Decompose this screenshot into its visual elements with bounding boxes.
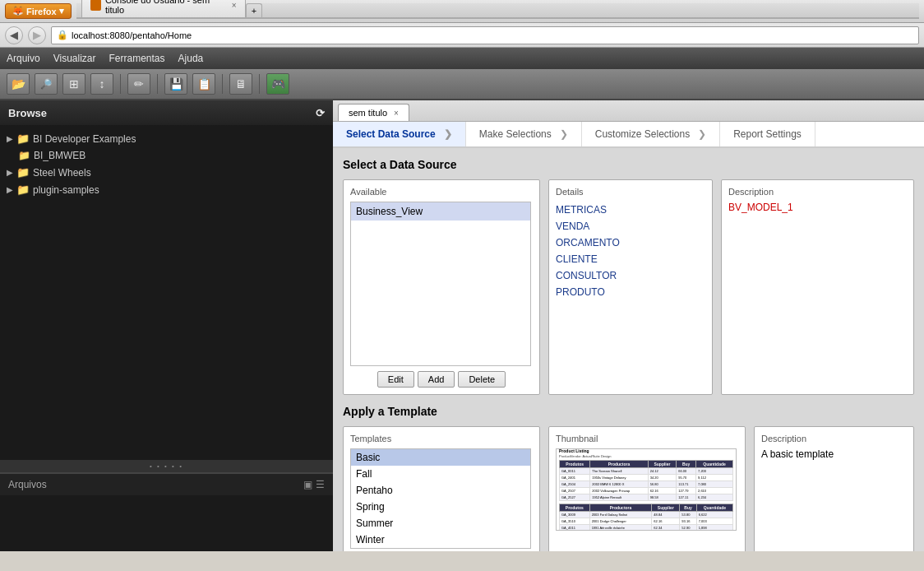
main-layout: Browse ⟳ ▶ 📁 BI Developer Examples 📁 BI_…	[0, 100, 924, 551]
folder-icon: 📁	[18, 150, 30, 161]
template-section-title: Apply a Template	[343, 405, 914, 418]
edit-button[interactable]: ✏	[127, 73, 150, 95]
edit-button[interactable]: Edit	[377, 371, 414, 388]
sidebar-tree: ▶ 📁 BI Developer Examples 📁 BI_BMWEB ▶ 📁…	[0, 125, 333, 460]
resize-handle[interactable]: • • • • •	[0, 460, 333, 472]
template-description-panel: Description A basic template	[754, 426, 914, 551]
sidebar-refresh-icon[interactable]: ⟳	[316, 107, 325, 119]
wizard-tab-label: Report Settings	[733, 128, 802, 140]
monitor-button[interactable]: 🖥	[229, 73, 252, 95]
select-datasource-title: Select a Data Source	[343, 158, 914, 171]
sidebar-icon-1[interactable]: ▣	[303, 479, 312, 490]
expand-icon: ▶	[7, 168, 13, 177]
files-label: Arquivos	[8, 479, 47, 490]
step-arrow: ❯	[560, 128, 568, 140]
template-item-pentaho[interactable]: Pentaho	[351, 482, 530, 499]
open-button[interactable]: 📂	[7, 73, 30, 95]
folder-icon: 📁	[16, 132, 30, 145]
thumbnail-table-2: ProdutosProductoraSupplierBuyQuantidade …	[559, 504, 733, 532]
listbox-item-businessview[interactable]: Business_View	[351, 202, 530, 221]
datasource-btn-row: Edit Add Delete	[350, 371, 533, 388]
available-label: Available	[350, 187, 533, 197]
details-panel: Details METRICAS VENDA ORCAMENTO CLIENTE…	[548, 179, 713, 395]
menu-visualizar[interactable]: Visualizar	[53, 53, 96, 64]
toolbar-sep-1	[120, 74, 121, 94]
app-menubar: Arquivo Visualizar Ferramentas Ajuda	[0, 48, 924, 69]
add-tab-button[interactable]: +	[246, 3, 262, 17]
export-button[interactable]: ↕	[90, 73, 113, 95]
dropdown-arrow: ▾	[59, 6, 64, 16]
lock-icon: 🔒	[57, 30, 68, 40]
sidebar-browse-label: Browse	[8, 107, 47, 119]
template-description-value: A basic template	[761, 448, 907, 460]
detail-cliente[interactable]: CLIENTE	[556, 251, 705, 267]
sidebar-icon-2[interactable]: ☰	[316, 479, 325, 490]
template-item-basic[interactable]: Basic	[351, 449, 530, 466]
templates-panel: Templates Basic Fall Pentaho Spring Summ…	[343, 426, 540, 551]
save-button[interactable]: 💾	[164, 73, 187, 95]
search-button[interactable]: 🔎	[35, 73, 58, 95]
forward-button[interactable]: ▶	[28, 26, 46, 44]
sidebar-files-area	[0, 495, 333, 551]
wizard-tab-label: Select Data Source	[346, 128, 436, 140]
description-panel: Description BV_MODEL_1	[721, 179, 914, 395]
wizard-tab-label: Customize Selections	[595, 128, 690, 140]
menu-ferramentas[interactable]: Ferramentas	[109, 53, 165, 64]
templates-label: Templates	[350, 434, 533, 443]
inner-tab-bar: sem titulo ×	[333, 100, 924, 122]
sidebar-item-bi-bmweb[interactable]: 📁 BI_BMWEB	[3, 147, 330, 164]
templates-listbox: Basic Fall Pentaho Spring Summer Winter	[350, 448, 531, 549]
detail-consultor[interactable]: CONSULTOR	[556, 267, 705, 284]
tab-title: Console do Usuário - sem titulo	[105, 0, 224, 15]
grid-button[interactable]: ⊞	[62, 73, 85, 95]
wizard-tab-report-settings[interactable]: Report Settings	[720, 122, 815, 146]
menu-arquivo[interactable]: Arquivo	[7, 53, 40, 64]
detail-venda[interactable]: VENDA	[556, 218, 705, 234]
menu-ajuda[interactable]: Ajuda	[178, 53, 204, 64]
template-description-label: Description	[761, 434, 907, 443]
sidebar-item-bi-dev[interactable]: ▶ 📁 BI Developer Examples	[3, 130, 330, 147]
thumbnail-label: Thumbnail	[556, 434, 738, 443]
inner-tab-sem-titulo[interactable]: sem titulo ×	[338, 104, 409, 121]
wizard-tab-bar: Select Data Source ❯ Make Selections ❯ C…	[333, 122, 924, 148]
tree-item-label: plugin-samples	[33, 184, 99, 196]
available-listbox: Business_View	[350, 202, 531, 366]
wizard-tab-customize-selections[interactable]: Customize Selections ❯	[582, 122, 720, 146]
detail-produto[interactable]: PRODUTO	[556, 284, 705, 300]
thumb-desc: ProductVendor: Actual/Suite Design	[559, 454, 733, 458]
delete-button[interactable]: Delete	[458, 371, 506, 388]
detail-orcamento[interactable]: ORCAMENTO	[556, 234, 705, 251]
add-button[interactable]: Add	[418, 371, 455, 388]
template-item-spring[interactable]: Spring	[351, 499, 530, 515]
wizard-tab-label: Make Selections	[479, 128, 552, 140]
wizard-tab-select-datasource[interactable]: Select Data Source ❯	[333, 122, 466, 146]
plugin-button[interactable]: 🎮	[266, 73, 289, 95]
sidebar-item-plugin-samples[interactable]: ▶ 📁 plugin-samples	[3, 181, 330, 198]
toolbar-sep-3	[222, 74, 223, 94]
tab-close-icon[interactable]: ×	[232, 1, 237, 10]
content-scroll: Select a Data Source Available Business_…	[333, 148, 924, 551]
template-item-summer[interactable]: Summer	[351, 515, 530, 532]
description-value: BV_MODEL_1	[728, 202, 907, 213]
detail-metricas[interactable]: METRICAS	[556, 202, 705, 218]
firefox-button[interactable]: 🦊 Firefox ▾	[5, 3, 72, 19]
sidebar-header: Browse ⟳	[0, 100, 333, 125]
clipboard-button[interactable]: 📋	[192, 73, 215, 95]
browser-tab[interactable]: Console do Usuário - sem titulo ×	[81, 0, 246, 17]
inner-tab-close-icon[interactable]: ×	[394, 109, 399, 118]
expand-icon: ▶	[7, 185, 13, 194]
datasource-panels-row: Available Business_View Edit Add Delete …	[343, 179, 914, 395]
content-area: sem titulo × Select Data Source ❯ Make S…	[333, 100, 924, 551]
firefox-icon: 🦊	[12, 6, 24, 16]
sidebar-item-steel-wheels[interactable]: ▶ 📁 Steel Wheels	[3, 164, 330, 181]
back-button[interactable]: ◀	[5, 26, 23, 44]
toolbar-sep-2	[157, 74, 158, 94]
address-bar[interactable]: 🔒 localhost:8080/pentaho/Home	[51, 26, 919, 44]
app-toolbar: 📂 🔎 ⊞ ↕ ✏ 💾 📋 🖥 🎮	[0, 69, 924, 100]
url-text: localhost:8080/pentaho/Home	[72, 30, 192, 40]
wizard-tab-make-selections[interactable]: Make Selections ❯	[466, 122, 582, 146]
description-label: Description	[728, 187, 907, 197]
sidebar: Browse ⟳ ▶ 📁 BI Developer Examples 📁 BI_…	[0, 100, 333, 551]
template-item-fall[interactable]: Fall	[351, 466, 530, 482]
template-item-winter[interactable]: Winter	[351, 532, 530, 548]
